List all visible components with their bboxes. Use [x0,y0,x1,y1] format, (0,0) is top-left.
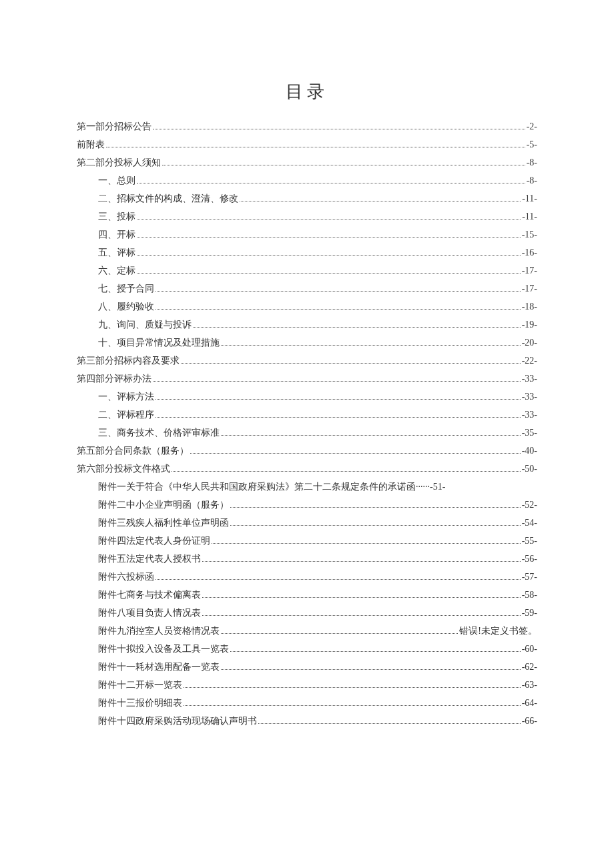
toc-entry: 附件一关于符合《中华人民共和国政府采购法》第二十二条规定条件的承诺函······… [77,482,537,492]
toc-entry-page: -56- [522,554,537,564]
toc-entry: 三、投标-11- [77,212,537,222]
toc-entry-page: -35- [522,428,537,438]
toc-entry-page: -54- [522,518,537,528]
toc-entry: 前附表-5- [77,140,537,149]
toc-entry-page: -22- [522,356,537,366]
toc-entry-label: 六、定标 [98,266,135,276]
toc-entry: 第二部分投标人须知-8- [77,158,537,167]
toc-entry-label: 附件二中小企业声明函（服务） [98,500,229,510]
toc-entry: 附件二中小企业声明函（服务）-52- [77,500,537,510]
toc-leader-dots [181,363,521,364]
toc-leader-dots [221,435,521,436]
toc-entry: 附件十三报价明细表-64- [77,699,537,708]
toc-entry-page: -17- [522,284,537,294]
toc-entry-label: 四、开标 [98,230,135,240]
toc-leader-dots [156,399,521,400]
toc-leader-dots [137,237,521,238]
toc-entry: 一、评标方法-33- [77,392,537,402]
toc-leader-dots [137,219,521,220]
toc-entry-page: -18- [522,302,537,312]
toc-leader-dots [202,597,521,598]
toc-entry: 附件十二开标一览表-63- [77,681,537,690]
toc-entry: 附件七商务与技术偏离表-58- [77,590,537,600]
toc-entry-page: -33- [522,410,537,420]
toc-leader-dots [156,309,521,310]
toc-leader-dots [153,129,525,129]
toc-entry-page: -19- [522,320,537,330]
document-page: 目录 第一部分招标公告-2-前附表-5-第二部分投标人须知-8-一、总则-8-二… [0,0,614,868]
toc-entry-page: -15- [522,230,537,240]
toc-entry-page: -57- [522,572,537,582]
toc-entry-page: -62- [522,663,537,672]
toc-entry-page: -64- [522,699,537,708]
toc-entry-page: -59- [522,608,537,618]
toc-entry: 附件六投标函-57- [77,572,537,582]
toc-entry-page: -2- [527,122,537,131]
toc-leader-dots [137,183,525,183]
toc-entry-page: -17- [522,266,537,276]
toc-leader-dots [193,327,521,328]
toc-leader-dots [221,633,458,634]
toc-entry-label: 三、投标 [98,212,135,222]
toc-leader-dots [202,615,521,616]
toc-entry-label: 前附表 [77,140,105,149]
toc-entry: 第六部分投标文件格式-50- [77,464,537,474]
toc-leader-dots [221,669,521,670]
toc-entry: 第一部分招标公告-2- [77,122,537,131]
toc-entry: 第三部分招标内容及要求-22- [77,356,537,366]
toc-entry-page: -63- [522,681,537,690]
toc-entry: 十、项目异常情况及处理措施-20- [77,338,537,348]
toc-entry-page: -33- [522,374,537,384]
toc-body: 第一部分招标公告-2-前附表-5-第二部分投标人须知-8-一、总则-8-二、招标… [77,122,537,726]
toc-entry-label: 附件九消控室人员资格情况表 [98,626,220,636]
toc-entry-label: 九、询问、质疑与投诉 [98,320,192,330]
toc-entry-label: 附件十三报价明细表 [98,699,182,708]
toc-leader-dots [221,345,521,346]
toc-entry-label: 二、招标文件的构成、澄清、修改 [98,194,238,203]
toc-entry: 附件九消控室人员资格情况表错误!未定义书签。 [77,626,537,636]
toc-entry-label: 附件十四政府采购活动现场确认声明书 [98,717,257,726]
toc-entry: 四、开标-15- [77,230,537,240]
toc-entry-label: 附件十拟投入设备及工具一览表 [98,644,229,654]
toc-entry-page: -60- [522,644,537,654]
toc-entry-label: 十、项目异常情况及处理措施 [98,338,220,348]
toc-entry: 第五部分合同条款（服务）-40- [77,446,537,456]
toc-title: 目录 [77,80,537,103]
toc-entry-page: -40- [522,446,537,456]
toc-leader-dots [202,561,521,562]
toc-entry-page: -20- [522,338,537,348]
toc-entry-label: 附件六投标函 [98,572,154,582]
toc-entry: 附件十拟投入设备及工具一览表-60- [77,644,537,654]
toc-leader-dots [258,723,521,724]
toc-entry: 八、履约验收-18- [77,302,537,312]
toc-entry-label: 附件三残疾人福利性单位声明函 [98,518,229,528]
toc-entry: 五、评标-16- [77,248,537,258]
toc-entry-page: -5- [527,140,537,149]
toc-entry: 附件十四政府采购活动现场确认声明书-66- [77,717,537,726]
toc-leader-dots [230,507,521,508]
toc-entry-label: 第五部分合同条款（服务） [77,446,189,456]
toc-entry-label: 附件八项目负责人情况表 [98,608,201,618]
toc-entry-page: -11- [522,212,537,222]
toc-entry-page: -66- [522,717,537,726]
toc-entry-label: 附件七商务与技术偏离表 [98,590,201,600]
toc-entry-label: 一、评标方法 [98,392,154,402]
toc-leader-dots [184,687,521,688]
toc-leader-dots [156,579,521,580]
toc-leader-dots [190,453,521,454]
toc-entry-label: 五、评标 [98,248,135,258]
toc-leader-dots [230,525,521,526]
toc-entry-label: 第一部分招标公告 [77,122,151,131]
toc-entry-page: -50- [522,464,537,474]
toc-entry-label: 附件五法定代表人授权书 [98,554,201,564]
toc-entry-page: -55- [522,536,537,546]
toc-leader-dots [230,651,521,652]
toc-entry: 三、商务技术、价格评审标准-35- [77,428,537,438]
toc-leader-dots [137,273,521,274]
toc-entry-page: -8- [527,176,537,185]
toc-entry: 附件十一耗材选用配备一览表-62- [77,663,537,672]
toc-entry-label: 附件十一耗材选用配备一览表 [98,663,220,672]
toc-entry-label: 八、履约验收 [98,302,154,312]
toc-entry-page: -58- [522,590,537,600]
toc-entry-label: 第四部分评标办法 [77,374,151,384]
